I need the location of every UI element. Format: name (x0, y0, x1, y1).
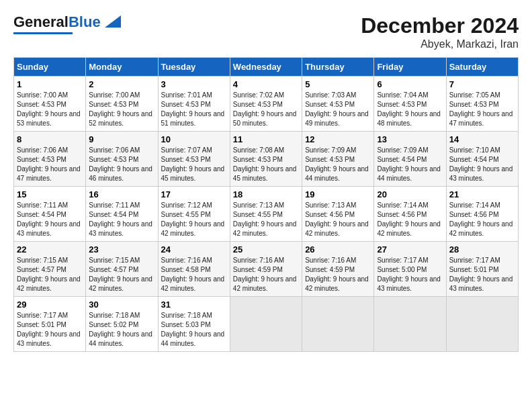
title-block: December 2024 Abyek, Markazi, Iran (361, 13, 519, 50)
logo-arrow-icon (102, 13, 121, 29)
calendar-cell: 31 Sunrise: 7:18 AM Sunset: 5:03 PM Dayl… (158, 297, 230, 352)
calendar-cell: 27 Sunrise: 7:17 AM Sunset: 5:00 PM Dayl… (374, 242, 446, 297)
day-number: 18 (233, 189, 299, 199)
day-number: 19 (305, 189, 371, 199)
col-saturday: Saturday (446, 58, 518, 77)
day-info: Sunrise: 7:12 AM Sunset: 4:55 PM Dayligh… (161, 201, 227, 238)
logo: General Blue (13, 13, 121, 34)
col-thursday: Thursday (302, 58, 374, 77)
calendar-cell (302, 297, 374, 352)
day-info: Sunrise: 7:15 AM Sunset: 4:57 PM Dayligh… (17, 256, 83, 293)
day-info: Sunrise: 7:18 AM Sunset: 5:02 PM Dayligh… (89, 311, 154, 349)
day-number: 12 (305, 134, 371, 144)
calendar-cell: 14 Sunrise: 7:10 AM Sunset: 4:54 PM Dayl… (446, 132, 518, 187)
day-info: Sunrise: 7:13 AM Sunset: 4:55 PM Dayligh… (233, 201, 299, 238)
col-wednesday: Wednesday (230, 58, 302, 77)
col-sunday: Sunday (14, 58, 86, 77)
calendar-header-row: Sunday Monday Tuesday Wednesday Thursday… (14, 58, 519, 77)
day-info: Sunrise: 7:11 AM Sunset: 4:54 PM Dayligh… (89, 201, 154, 238)
day-number: 10 (161, 134, 227, 144)
day-number: 26 (305, 244, 371, 255)
day-number: 1 (17, 79, 83, 89)
calendar-table: Sunday Monday Tuesday Wednesday Thursday… (13, 57, 519, 352)
day-number: 20 (377, 189, 443, 199)
day-number: 13 (377, 134, 443, 144)
calendar-cell: 21 Sunrise: 7:14 AM Sunset: 4:56 PM Dayl… (446, 187, 518, 242)
calendar-week-row: 15 Sunrise: 7:11 AM Sunset: 4:54 PM Dayl… (14, 187, 519, 242)
day-number: 31 (161, 300, 227, 310)
day-info: Sunrise: 7:17 AM Sunset: 5:01 PM Dayligh… (449, 256, 515, 293)
day-info: Sunrise: 7:00 AM Sunset: 4:53 PM Dayligh… (89, 91, 154, 128)
day-info: Sunrise: 7:18 AM Sunset: 5:03 PM Dayligh… (161, 311, 227, 349)
logo-blue: Blue (69, 13, 101, 31)
calendar-cell: 24 Sunrise: 7:16 AM Sunset: 4:58 PM Dayl… (158, 242, 230, 297)
calendar-cell: 13 Sunrise: 7:09 AM Sunset: 4:54 PM Dayl… (374, 132, 446, 187)
calendar-week-row: 8 Sunrise: 7:06 AM Sunset: 4:53 PM Dayli… (14, 132, 519, 187)
calendar-cell: 17 Sunrise: 7:12 AM Sunset: 4:55 PM Dayl… (158, 187, 230, 242)
day-info: Sunrise: 7:11 AM Sunset: 4:54 PM Dayligh… (17, 201, 83, 238)
day-info: Sunrise: 7:02 AM Sunset: 4:53 PM Dayligh… (233, 91, 299, 128)
calendar-week-row: 29 Sunrise: 7:17 AM Sunset: 5:01 PM Dayl… (14, 297, 519, 352)
calendar-cell: 3 Sunrise: 7:01 AM Sunset: 4:53 PM Dayli… (158, 77, 230, 132)
day-number: 29 (17, 300, 83, 310)
calendar-cell: 1 Sunrise: 7:00 AM Sunset: 4:53 PM Dayli… (14, 77, 86, 132)
day-info: Sunrise: 7:01 AM Sunset: 4:53 PM Dayligh… (161, 91, 227, 128)
calendar-cell: 12 Sunrise: 7:09 AM Sunset: 4:53 PM Dayl… (302, 132, 374, 187)
day-number: 8 (17, 134, 83, 144)
day-number: 25 (233, 244, 299, 255)
location-title: Abyek, Markazi, Iran (361, 38, 519, 50)
calendar-cell: 23 Sunrise: 7:15 AM Sunset: 4:57 PM Dayl… (86, 242, 158, 297)
day-number: 7 (449, 79, 515, 89)
day-info: Sunrise: 7:09 AM Sunset: 4:53 PM Dayligh… (305, 146, 371, 183)
logo-underline (13, 32, 73, 34)
day-info: Sunrise: 7:15 AM Sunset: 4:57 PM Dayligh… (89, 256, 154, 293)
day-info: Sunrise: 7:17 AM Sunset: 5:01 PM Dayligh… (17, 311, 83, 349)
day-info: Sunrise: 7:06 AM Sunset: 4:53 PM Dayligh… (17, 146, 83, 183)
calendar-cell (374, 297, 446, 352)
col-monday: Monday (86, 58, 158, 77)
day-number: 15 (17, 189, 83, 199)
day-info: Sunrise: 7:10 AM Sunset: 4:54 PM Dayligh… (449, 146, 515, 183)
col-tuesday: Tuesday (158, 58, 230, 77)
day-number: 21 (449, 189, 515, 199)
calendar-cell (230, 297, 302, 352)
day-number: 11 (233, 134, 299, 144)
calendar-cell: 7 Sunrise: 7:05 AM Sunset: 4:53 PM Dayli… (446, 77, 518, 132)
day-info: Sunrise: 7:04 AM Sunset: 4:53 PM Dayligh… (377, 91, 443, 128)
calendar-cell: 9 Sunrise: 7:06 AM Sunset: 4:53 PM Dayli… (86, 132, 158, 187)
day-info: Sunrise: 7:14 AM Sunset: 4:56 PM Dayligh… (449, 201, 515, 238)
calendar-cell: 25 Sunrise: 7:16 AM Sunset: 4:59 PM Dayl… (230, 242, 302, 297)
day-number: 27 (377, 244, 443, 255)
day-number: 28 (449, 244, 515, 255)
day-number: 24 (161, 244, 227, 255)
day-number: 4 (233, 79, 299, 89)
calendar-cell: 4 Sunrise: 7:02 AM Sunset: 4:53 PM Dayli… (230, 77, 302, 132)
calendar-week-row: 1 Sunrise: 7:00 AM Sunset: 4:53 PM Dayli… (14, 77, 519, 132)
day-number: 2 (89, 79, 154, 89)
day-info: Sunrise: 7:16 AM Sunset: 4:58 PM Dayligh… (161, 256, 227, 293)
day-info: Sunrise: 7:05 AM Sunset: 4:53 PM Dayligh… (449, 91, 515, 128)
day-number: 17 (161, 189, 227, 199)
day-number: 14 (449, 134, 515, 144)
day-info: Sunrise: 7:07 AM Sunset: 4:53 PM Dayligh… (161, 146, 227, 183)
day-info: Sunrise: 7:09 AM Sunset: 4:54 PM Dayligh… (377, 146, 443, 183)
day-info: Sunrise: 7:06 AM Sunset: 4:53 PM Dayligh… (89, 146, 154, 183)
day-info: Sunrise: 7:13 AM Sunset: 4:56 PM Dayligh… (305, 201, 371, 238)
calendar-cell: 5 Sunrise: 7:03 AM Sunset: 4:53 PM Dayli… (302, 77, 374, 132)
day-info: Sunrise: 7:17 AM Sunset: 5:00 PM Dayligh… (377, 256, 443, 293)
calendar-cell: 22 Sunrise: 7:15 AM Sunset: 4:57 PM Dayl… (14, 242, 86, 297)
calendar-cell (446, 297, 518, 352)
month-title: December 2024 (361, 13, 519, 38)
calendar-cell: 8 Sunrise: 7:06 AM Sunset: 4:53 PM Dayli… (14, 132, 86, 187)
day-info: Sunrise: 7:16 AM Sunset: 4:59 PM Dayligh… (305, 256, 371, 293)
calendar-cell: 16 Sunrise: 7:11 AM Sunset: 4:54 PM Dayl… (86, 187, 158, 242)
day-info: Sunrise: 7:08 AM Sunset: 4:53 PM Dayligh… (233, 146, 299, 183)
day-number: 5 (305, 79, 371, 89)
calendar-cell: 19 Sunrise: 7:13 AM Sunset: 4:56 PM Dayl… (302, 187, 374, 242)
calendar-cell: 6 Sunrise: 7:04 AM Sunset: 4:53 PM Dayli… (374, 77, 446, 132)
col-friday: Friday (374, 58, 446, 77)
calendar-cell: 30 Sunrise: 7:18 AM Sunset: 5:02 PM Dayl… (86, 297, 158, 352)
day-number: 30 (89, 300, 154, 310)
calendar-cell: 26 Sunrise: 7:16 AM Sunset: 4:59 PM Dayl… (302, 242, 374, 297)
day-number: 6 (377, 79, 443, 89)
